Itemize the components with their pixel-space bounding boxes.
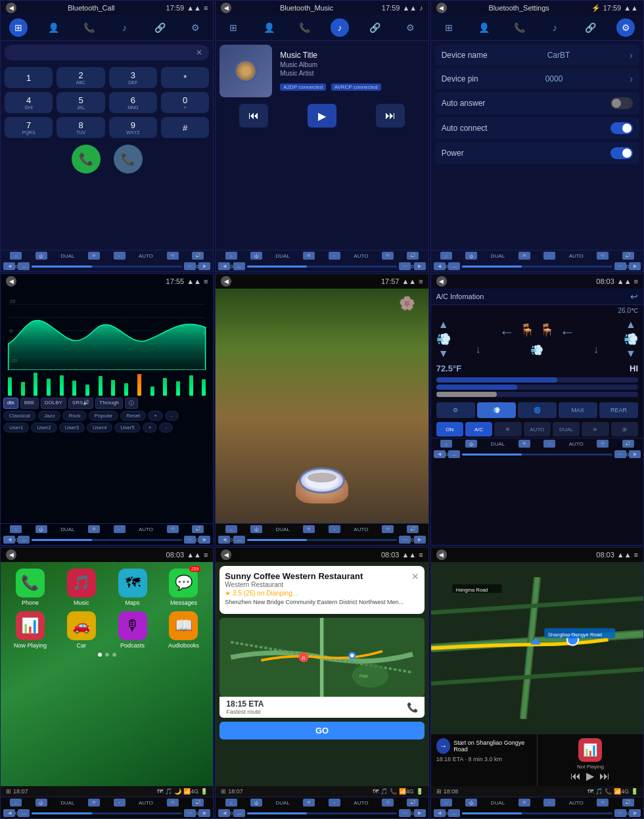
preset-plus[interactable]: + <box>148 411 163 421</box>
tab-music-p1[interactable]: ♪ <box>116 18 134 37</box>
tab-person-p2[interactable]: 👤 <box>260 18 278 37</box>
user5-btn[interactable]: User5 <box>114 423 140 433</box>
slider-2[interactable] <box>436 385 638 390</box>
call-button[interactable]: 📞 <box>72 145 101 174</box>
tab-music-p3[interactable]: ♪ <box>545 18 564 37</box>
dot-3[interactable] <box>112 653 116 657</box>
back-button-p8[interactable]: ◀ <box>221 550 231 560</box>
srs-btn[interactable]: SRS🔊 <box>68 398 93 409</box>
dial-star[interactable]: * <box>161 67 209 88</box>
dial-hash[interactable]: # <box>161 117 209 138</box>
tab-grid-p1[interactable]: ⊞ <box>9 18 28 37</box>
device-pin-row[interactable]: Device pin 0000 › <box>435 68 639 89</box>
dial-9[interactable]: 9WXYZ <box>109 117 157 138</box>
ac-fan-icon-btn[interactable]: 🌀 <box>518 402 557 418</box>
prev-button[interactable]: ⏮ <box>239 104 268 128</box>
dial-8[interactable]: 8TUV <box>57 117 104 138</box>
device-name-row[interactable]: Device name CarBT › <box>435 45 639 66</box>
auto-connect-toggle[interactable] <box>610 122 633 134</box>
user4-btn[interactable]: User4 <box>87 423 112 433</box>
fan2-nav-icon[interactable]: 〰 <box>184 262 196 270</box>
sync-nav-icon[interactable]: ⟲ <box>167 252 179 260</box>
snowflake-nav-p2[interactable]: ❄ <box>303 252 315 260</box>
tune-nav-icon[interactable]: — <box>18 262 30 270</box>
slider-1[interactable] <box>436 377 638 383</box>
preset-classical[interactable]: Classical <box>3 411 36 421</box>
temp-slider[interactable] <box>32 266 181 268</box>
temp-slider-p3[interactable] <box>462 266 612 268</box>
ac-defrost-btn[interactable]: ≋ <box>582 422 609 436</box>
ac-dual-btn[interactable]: DUAL <box>553 422 580 436</box>
rew-button[interactable]: ⏮ <box>570 770 581 782</box>
down-arrow-right[interactable]: ▼ <box>626 348 636 360</box>
user-plus-btn[interactable]: + <box>143 423 158 433</box>
ac-on-btn[interactable]: ON <box>436 422 463 436</box>
dial-5[interactable]: 5JKL <box>57 92 104 113</box>
dial-7[interactable]: 7PQRS <box>5 117 53 138</box>
tab-phone-p2[interactable]: 📞 <box>295 18 313 37</box>
home-nav-p2[interactable]: ⌂ <box>225 252 237 260</box>
ac-gear-btn[interactable]: ⚙ <box>436 402 475 418</box>
dial-0[interactable]: 0+ <box>161 92 209 113</box>
tab-gear-p1[interactable]: ⚙ <box>186 18 204 37</box>
preset-popular[interactable]: Popular <box>89 411 119 421</box>
temp-slider-p9[interactable] <box>462 812 612 814</box>
tab-link-p2[interactable]: 🔗 <box>366 18 384 37</box>
app-podcasts[interactable]: 🎙 Podcasts <box>110 611 156 649</box>
dial-1[interactable]: 1 <box>5 67 53 88</box>
tab-link-p1[interactable]: 🔗 <box>150 18 169 37</box>
up-arrow-left[interactable]: ▲ <box>438 319 449 331</box>
call-icon[interactable]: 📞 <box>407 702 418 713</box>
ac-back-icon[interactable]: ↩ <box>630 291 638 302</box>
through-btn[interactable]: Through <box>95 398 123 409</box>
temp-slider-p6[interactable] <box>462 454 612 456</box>
bbe-btn[interactable]: BBE <box>20 398 39 409</box>
dial-4[interactable]: 4GHI <box>5 92 53 113</box>
fan-nav-icon[interactable]: ~ <box>114 252 126 260</box>
back-nav-icon[interactable]: ◀ <box>3 262 15 270</box>
dial-2[interactable]: 2ABC <box>57 67 104 88</box>
snowflake-nav-icon[interactable]: ❄ <box>88 252 100 260</box>
temp-slider-p7[interactable] <box>32 812 181 814</box>
user-minus-btn[interactable]: - <box>159 423 173 433</box>
power-nav-icon[interactable]: ⏻ <box>35 252 47 260</box>
back-button-p1[interactable]: ◀ <box>6 3 16 13</box>
ac-ac-btn[interactable]: A/C <box>465 422 492 436</box>
dot-1[interactable] <box>98 653 102 657</box>
redial-button[interactable]: 📞 <box>114 145 143 174</box>
tab-person-p3[interactable]: 👤 <box>474 18 493 37</box>
temp-slider-p8[interactable] <box>247 812 397 814</box>
preset-rock[interactable]: Rock <box>62 411 86 421</box>
tab-phone-p3[interactable]: 📞 <box>510 18 528 37</box>
nav-map-bg[interactable]: Shangliao Gongye Road Hongma Road <box>431 562 643 734</box>
ac-auto-btn[interactable]: AUTO <box>524 422 551 436</box>
app-phone[interactable]: 📞 Phone <box>7 569 53 606</box>
back-button-p6[interactable]: ◀ <box>436 276 447 287</box>
ac-max-btn[interactable]: MAX <box>559 402 597 418</box>
clear-button[interactable]: ✕ <box>196 48 202 57</box>
grid-nav-icon[interactable]: ⊞ <box>221 788 226 795</box>
app-maps[interactable]: 🗺 Maps <box>110 569 156 606</box>
app-car[interactable]: 🚗 Car <box>58 611 104 649</box>
vol-nav-icon[interactable]: 🔊 <box>192 252 204 260</box>
tab-link-p3[interactable]: 🔗 <box>581 18 599 37</box>
back-button-p7[interactable]: ◀ <box>6 550 16 560</box>
back-button-p3[interactable]: ◀ <box>436 3 447 13</box>
tab-grid-p3[interactable]: ⊞ <box>440 18 458 37</box>
tab-gear-p3[interactable]: ⚙ <box>616 18 635 37</box>
tab-music-p2[interactable]: ♪ <box>331 18 349 37</box>
power-nav-p2[interactable]: ⏻ <box>250 252 262 260</box>
home-nav-icon[interactable]: ⌂ <box>10 252 22 260</box>
user1-btn[interactable]: User1 <box>3 423 29 433</box>
temp-slider-p2[interactable] <box>247 266 397 268</box>
auto-answer-toggle[interactable] <box>610 97 633 109</box>
play-pause-button[interactable]: ▶ <box>586 770 594 782</box>
close-card-btn[interactable]: ✕ <box>411 571 419 582</box>
dts-btn[interactable]: dts <box>3 398 18 409</box>
tab-person-p1[interactable]: 👤 <box>45 18 63 37</box>
next-button[interactable]: ⏭ <box>376 104 405 128</box>
up-arrow-right[interactable]: ▲ <box>626 319 636 331</box>
dot-2[interactable] <box>105 653 109 657</box>
dial-3[interactable]: 3DEF <box>109 67 157 88</box>
ffd-button[interactable]: ⏭ <box>599 770 610 782</box>
